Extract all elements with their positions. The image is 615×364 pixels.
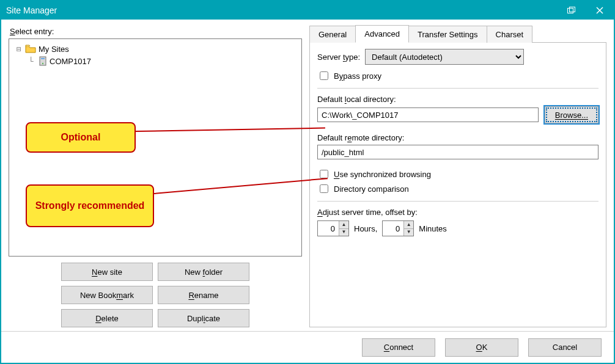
minutes-input[interactable] — [383, 221, 403, 236]
callout-strongly: Strongly recommended — [26, 184, 154, 227]
hours-down-icon[interactable]: ▼ — [339, 229, 348, 236]
svg-point-4 — [42, 63, 43, 64]
remote-dir-input[interactable] — [317, 145, 598, 159]
maximize-icon[interactable] — [558, 1, 586, 20]
tab-charset[interactable]: Charset — [487, 26, 533, 43]
titlebar: Site Manager — [1, 1, 614, 20]
tree-child-label: COMP1017 — [50, 57, 91, 66]
tree-child[interactable]: └ COMP1017 — [13, 55, 298, 67]
tree-collapse-icon[interactable]: ⊟ — [13, 45, 25, 54]
minutes-spinner[interactable]: ▲▼ — [382, 220, 414, 236]
dialog-footer: Connect OK Cancel — [1, 331, 614, 363]
svg-rect-3 — [41, 58, 45, 59]
ok-button[interactable]: OK — [445, 338, 518, 357]
hours-up-icon[interactable]: ▲ — [339, 221, 348, 229]
svg-rect-1 — [570, 7, 575, 12]
hours-label: Hours, — [354, 224, 377, 233]
folder-icon — [25, 45, 36, 53]
new-site-button[interactable]: New site — [61, 263, 153, 281]
tree-connector: └ — [25, 57, 37, 66]
hours-spinner[interactable]: ▲▼ — [317, 220, 349, 236]
remote-dir-label: Default remote directory: — [317, 133, 598, 142]
sync-browsing-label: Use synchronized browsing — [334, 170, 431, 179]
server-type-label: Server type: — [317, 53, 360, 62]
divider — [317, 201, 598, 202]
svg-rect-0 — [568, 9, 573, 13]
cancel-button[interactable]: Cancel — [528, 338, 602, 357]
tab-general[interactable]: General — [309, 26, 356, 43]
bypass-proxy-checkbox[interactable] — [320, 71, 328, 80]
tab-transfer[interactable]: Transfer Settings — [408, 26, 487, 43]
minutes-down-icon[interactable]: ▼ — [404, 229, 413, 236]
window-title: Site Manager — [6, 5, 57, 15]
tree-root[interactable]: ⊟ My Sites — [13, 43, 298, 55]
server-icon — [39, 56, 47, 66]
site-buttons: New site New folder New Bookmark Rename … — [9, 263, 302, 327]
dir-compare-checkbox[interactable] — [320, 184, 328, 193]
sync-browsing-checkbox[interactable] — [320, 170, 328, 178]
tab-body-advanced: Server type: Default (Autodetect) Bypass… — [309, 43, 606, 327]
duplicate-button[interactable]: Duplicate — [158, 309, 249, 327]
new-bookmark-button[interactable]: New Bookmark — [61, 286, 153, 304]
delete-button[interactable]: Delete — [61, 309, 153, 327]
bypass-proxy-label: Bypass proxy — [334, 71, 381, 81]
tab-advanced[interactable]: Advanced — [355, 25, 409, 43]
close-icon[interactable] — [586, 1, 614, 20]
rename-button[interactable]: Rename — [158, 286, 249, 304]
minutes-up-icon[interactable]: ▲ — [404, 221, 413, 229]
local-dir-input[interactable] — [317, 107, 539, 122]
right-pane: General Advanced Transfer Settings Chars… — [309, 24, 606, 327]
local-dir-label: Default local directory: — [317, 95, 598, 104]
callout-optional: Optional — [26, 122, 136, 153]
browse-button[interactable]: Browse... — [545, 106, 598, 123]
tabstrip: General Advanced Transfer Settings Chars… — [309, 24, 606, 43]
minutes-label: Minutes — [419, 224, 447, 233]
tree-root-label: My Sites — [39, 45, 69, 54]
server-type-select[interactable]: Default (Autodetect) — [365, 49, 524, 65]
left-pane: Select entry: ⊟ My Sites └ COMP1017 New … — [9, 24, 302, 327]
select-entry-label: Select entry: — [10, 27, 302, 36]
new-folder-button[interactable]: New folder — [158, 263, 249, 281]
adjust-time-label: Adjust server time, offset by: — [317, 208, 598, 217]
connect-button[interactable]: Connect — [362, 338, 435, 357]
hours-input[interactable] — [318, 221, 339, 236]
divider — [317, 88, 598, 89]
dir-compare-label: Directory comparison — [334, 184, 409, 194]
